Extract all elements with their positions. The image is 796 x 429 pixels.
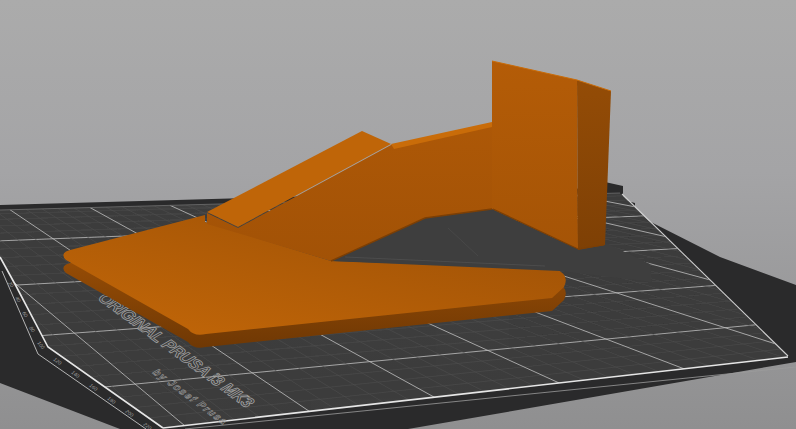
scene-3d[interactable]: 20406080100120140160180200220 ORIGINAL P… — [0, 0, 796, 429]
viewport-3d[interactable]: 20406080100120140160180200220 ORIGINAL P… — [0, 0, 796, 429]
